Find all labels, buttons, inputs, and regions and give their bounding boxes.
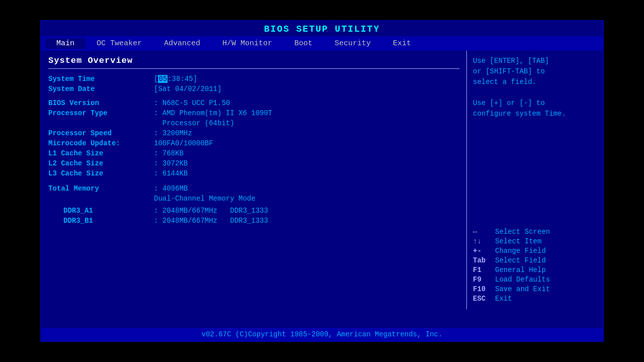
key-select-screen: ↔ Select Screen <box>473 228 597 236</box>
total-memory-label: Total Memory <box>48 185 154 193</box>
help-text: Use [ENTER], [TAB] or [SHIFT-TAB] to sel… <box>473 56 597 119</box>
ddr3-b1-row: DDR3_B1 : 2048MB/667MHz DDR3_1333 <box>48 217 459 225</box>
ddr3-a1-label: DDR3_A1 <box>48 207 154 215</box>
key-select-screen-desc: Select Screen <box>495 228 550 236</box>
section-title: System Overview <box>48 56 459 65</box>
key-list: ↔ Select Screen ↑↓ Select Item +- Change… <box>473 223 597 304</box>
total-memory-row: Total Memory : 4096MB <box>48 185 459 193</box>
processor-speed-value: : 3200MHz <box>154 129 192 137</box>
memory-mode-value: Dual-Channel Memory Mode <box>154 195 256 203</box>
ddr3-a1-row: DDR3_A1 : 2048MB/667MHz DDR3_1333 <box>48 207 459 215</box>
key-f10: F10 <box>473 285 495 293</box>
nav-bar[interactable]: Main OC Tweaker Advanced H/W Monitor Boo… <box>41 36 603 51</box>
key-change-field-desc: Change Field <box>495 247 546 255</box>
l2-cache-row: L2 Cache Size : 3072KB <box>48 159 459 167</box>
nav-advanced[interactable]: Advanced <box>153 38 211 49</box>
key-general-help: F1 General Help <box>473 266 597 274</box>
help-line-4: Use [+] or [-] to <box>473 98 597 109</box>
footer: v02.67C (C)Copyright 1985-2009, American… <box>41 328 603 341</box>
total-memory-value: : 4096MB <box>154 185 188 193</box>
microcode-label: Microcode Update: <box>48 139 154 147</box>
ddr-section: DDR3_A1 : 2048MB/667MHz DDR3_1333 DDR3_B… <box>48 207 459 225</box>
nav-hw-monitor[interactable]: H/W Monitor <box>211 38 283 49</box>
key-f9: F9 <box>473 276 495 284</box>
key-save-exit-desc: Save and Exit <box>495 285 550 293</box>
help-line-1: Use [ENTER], [TAB] <box>473 56 597 66</box>
bios-screen: BIOS SETUP UTILITY Main OC Tweaker Advan… <box>40 20 604 342</box>
key-save-exit: F10 Save and Exit <box>473 285 597 293</box>
l1-cache-value: : 768KB <box>154 149 184 157</box>
key-general-help-desc: General Help <box>495 266 546 274</box>
processor-type-label: Processor Type <box>48 109 154 117</box>
key-load-defaults-desc: Load Defaults <box>495 276 550 284</box>
left-panel: System Overview System Time [05:38:45] S… <box>41 51 467 309</box>
help-line-3: select a field. <box>473 77 597 87</box>
processor-type-continued: Processor (64bit) <box>154 119 234 127</box>
bios-version-row: BIOS Version : N68C-S UCC P1.50 <box>48 99 459 107</box>
time-hours: 05 <box>158 75 168 83</box>
key-select-item-desc: Select Item <box>495 237 541 245</box>
key-plusminus: +- <box>473 247 495 255</box>
bios-version-label: BIOS Version <box>48 99 154 107</box>
processor-type-cont: Processor (64bit) <box>48 119 459 127</box>
key-esc-name: ESC <box>473 295 495 303</box>
title-bar: BIOS SETUP UTILITY <box>41 21 603 36</box>
bios-version-value: : N68C-S UCC P1.50 <box>154 99 230 107</box>
nav-exit[interactable]: Exit <box>382 38 422 49</box>
key-select-item: ↑↓ Select Item <box>473 237 597 245</box>
l2-cache-label: L2 Cache Size <box>48 159 154 167</box>
divider <box>48 68 459 69</box>
content-area: System Overview System Time [05:38:45] S… <box>41 51 603 309</box>
l1-cache-row: L1 Cache Size : 768KB <box>48 149 459 157</box>
processor-speed-label: Processor Speed <box>48 129 154 137</box>
system-date-row: System Date [Sat 04/02/2011] <box>48 85 459 93</box>
ddr3-b1-value: : 2048MB/667MHz DDR3_1333 <box>154 217 268 225</box>
microcode-row: Microcode Update: 100FA0/10000BF <box>48 139 459 147</box>
system-time-row: System Time [05:38:45] <box>48 75 459 83</box>
processor-type-value: : AMD Phenom(tm) II X6 1090T <box>154 109 272 117</box>
nav-oc-tweaker[interactable]: OC Tweaker <box>86 38 153 49</box>
help-line-5: configure system Time. <box>473 109 597 119</box>
help-line-2: or [SHIFT-TAB] to <box>473 66 597 77</box>
key-updown: ↑↓ <box>473 237 495 245</box>
system-date-value: [Sat 04/02/2011] <box>154 85 221 93</box>
l3-cache-row: L3 Cache Size : 6144KB <box>48 169 459 177</box>
bios-title: BIOS SETUP UTILITY <box>264 24 380 34</box>
key-load-defaults: F9 Load Defaults <box>473 276 597 284</box>
ddr3-a1-value: : 2048MB/667MHz DDR3_1333 <box>154 207 268 215</box>
l3-cache-value: : 6144KB <box>154 169 188 177</box>
key-tab: Tab <box>473 256 495 264</box>
system-date-label: System Date <box>48 85 154 93</box>
l3-cache-label: L3 Cache Size <box>48 169 154 177</box>
key-f1: F1 <box>473 266 495 274</box>
memory-section: Total Memory : 4096MB Dual-Channel Memor… <box>48 185 459 225</box>
footer-text: v02.67C (C)Copyright 1985-2009, American… <box>202 330 443 338</box>
key-esc-desc: Exit <box>495 295 512 303</box>
key-select-field-desc: Select Field <box>495 256 546 264</box>
nav-boot[interactable]: Boot <box>283 38 324 49</box>
processor-type-row: Processor Type : AMD Phenom(tm) II X6 10… <box>48 109 459 117</box>
ddr3-b1-label: DDR3_B1 <box>48 217 154 225</box>
l2-cache-value: : 3072KB <box>154 159 188 167</box>
nav-main[interactable]: Main <box>45 38 86 49</box>
microcode-value: 100FA0/10000BF <box>154 139 213 147</box>
system-time-label: System Time <box>48 75 154 83</box>
nav-security[interactable]: Security <box>324 38 382 49</box>
key-select-field: Tab Select Field <box>473 256 597 264</box>
key-change-field: +- Change Field <box>473 247 597 255</box>
system-time-value: [05:38:45] <box>154 75 197 83</box>
l1-cache-label: L1 Cache Size <box>48 149 154 157</box>
right-panel: Use [ENTER], [TAB] or [SHIFT-TAB] to sel… <box>467 51 603 309</box>
processor-speed-row: Processor Speed : 3200MHz <box>48 129 459 137</box>
key-arrows: ↔ <box>473 228 495 236</box>
specs-section: BIOS Version : N68C-S UCC P1.50 Processo… <box>48 99 459 177</box>
memory-mode-row: Dual-Channel Memory Mode <box>48 195 459 203</box>
key-esc: ESC Exit <box>473 295 597 303</box>
